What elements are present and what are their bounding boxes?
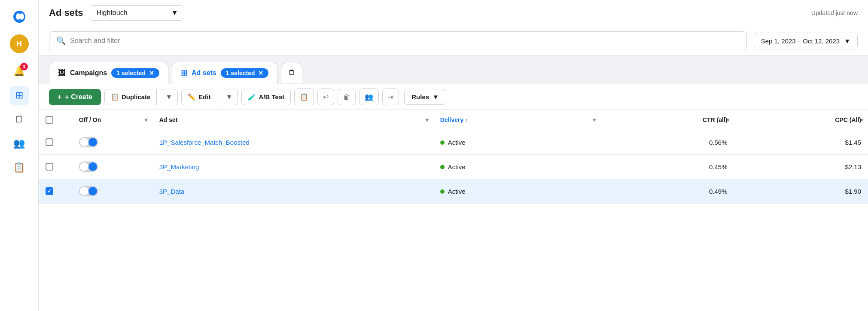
row-checkbox[interactable] [46,163,53,171]
delivery-cell: Active [433,130,600,155]
account-name: Hightouch [96,9,127,17]
delivery-status: Active [448,163,466,171]
rules-button[interactable]: Rules ▼ [404,89,446,105]
delivery-col-label: Delivery ↑ [440,116,468,123]
active-dot [440,189,445,194]
delivery-status: Active [448,188,466,195]
select-all-checkbox[interactable] [46,116,53,124]
notification-badge: 3 [20,63,28,70]
ab-test-label: A/B Test [259,93,284,101]
th-checkbox [39,110,72,130]
edit-button[interactable]: ✏️ Edit [181,89,217,105]
create-button[interactable]: + + Create [49,89,101,105]
docs-icon: 🗒 [15,114,24,125]
cpc-cell: $1.90 [734,179,868,204]
avatar[interactable]: H [10,34,29,53]
active-dot [440,140,445,145]
search-icon: 🔍 [56,36,66,46]
cpc-col-label: CPC (All) [835,116,861,123]
clipboard-icon: 📋 [300,93,308,101]
chevron-down-icon: ▼ [844,37,850,45]
searchbar: 🔍 Sep 1, 2023 – Oct 12, 2023 ▼ [39,26,868,56]
account-selector[interactable]: Hightouch ▼ [90,5,184,21]
search-input[interactable] [70,37,740,45]
sidebar-icon-audience[interactable]: 👥 [10,134,29,153]
th-adset: Ad set ▼ [152,110,433,130]
rules-label: Rules [411,93,429,101]
ctr-filter-icon[interactable]: ▼ [725,117,731,123]
ab-test-icon: 🧪 [248,93,256,101]
tab-adsets[interactable]: ⊞ Ad sets 1 selected ✕ [172,62,278,84]
toggle-switch[interactable] [79,162,98,172]
page-title: Ad sets [49,7,83,18]
duplicate-chevron-button[interactable]: ▼ [160,89,178,105]
adset-name-link[interactable]: 1P_Salesforce_Match_Boosted [159,139,250,146]
audience-button[interactable]: 👥 [359,88,379,105]
table-row: 1P_Salesforce_Match_BoostedActive0.56%$1… [39,130,868,155]
cpc-cell: $2.13 [734,155,868,179]
sidebar-icon-reports[interactable]: 📋 [10,158,29,177]
toggle-wrap [79,137,146,147]
filter-tabs: 🖼 Campaigns 1 selected ✕ ⊞ Ad sets 1 sel… [39,56,868,84]
toggle-switch[interactable] [79,186,98,196]
cpc-filter-icon[interactable]: ▼ [859,117,865,123]
undo-button[interactable]: ↩ [317,88,334,105]
audience-icon: 👥 [13,138,25,149]
toggle-wrap [79,186,146,196]
date-range-text: Sep 1, 2023 – Oct 12, 2023 [761,37,840,45]
delivery-filter-icon[interactable]: ▼ [591,117,597,123]
row-checkbox[interactable] [46,138,53,146]
sidebar: H 🔔 3 ⊞ 🗒 👥 📋 [0,0,39,311]
active-dot [440,165,445,169]
campaigns-selected-badge[interactable]: 1 selected ✕ [111,68,159,78]
chevron-down-icon: ▼ [226,93,233,101]
adsets-table-wrap: Off / On ▼ Ad set ▼ Delivery ↑ ▼ CTR (al… [39,110,868,311]
campaigns-selected-count: 1 selected [116,70,146,76]
chevron-down-icon: ▼ [171,9,178,17]
toggle-switch[interactable] [79,137,98,147]
edit-icon: ✏️ [188,93,196,101]
adset-name-link[interactable]: 3P_Marketing [159,163,199,171]
th-ctr: CTR (all) ▼ [600,110,734,130]
duplicate-label: Duplicate [122,93,151,101]
main-content: Ad sets Hightouch ▼ Updated just now 🔍 S… [39,0,868,311]
adsets-deselect-button[interactable]: ✕ [258,70,263,76]
date-range-button[interactable]: Sep 1, 2023 – Oct 12, 2023 ▼ [754,33,858,49]
clipboard-button[interactable]: 📋 [294,88,314,105]
ab-test-button[interactable]: 🧪 A/B Test [241,89,291,105]
toggle-wrap [79,162,146,172]
ctr-cell: 0.49% [600,179,734,204]
tab-extra[interactable]: 🗒 [281,63,302,83]
grid-icon: ⊞ [15,90,23,101]
delivery-cell: Active [433,155,600,179]
edit-chevron-button[interactable]: ▼ [221,89,238,105]
duplicate-button[interactable]: 📋 Duplicate [104,89,157,105]
cpc-cell: $1.45 [734,130,868,155]
adsets-selected-badge[interactable]: 1 selected ✕ [221,68,269,78]
toggle-filter-icon[interactable]: ▼ [143,117,149,123]
ctr-col-label: CTR (all) [703,116,728,123]
adsets-selected-count: 1 selected [226,70,255,76]
share-icon: ⇥ [388,93,393,101]
delete-button[interactable]: 🗑 [338,89,356,105]
campaigns-deselect-button[interactable]: ✕ [149,70,154,76]
row-checkbox[interactable] [46,187,53,195]
undo-icon: ↩ [323,93,329,101]
adsets-table: Off / On ▼ Ad set ▼ Delivery ↑ ▼ CTR (al… [39,110,868,204]
toggle-col-label: Off / On [79,116,101,123]
delivery-cell: Active [433,179,600,204]
adset-filter-icon[interactable]: ▼ [424,117,430,123]
sidebar-icon-notifications[interactable]: 🔔 3 [10,62,29,81]
campaigns-tab-icon: 🖼 [58,69,66,78]
adset-name-link[interactable]: 3P_Data [159,188,184,195]
sidebar-icon-grid[interactable]: ⊞ [10,86,29,105]
search-wrap[interactable]: 🔍 [49,31,747,50]
tab-campaigns[interactable]: 🖼 Campaigns 1 selected ✕ [49,62,168,84]
th-cpc: CPC (All) ▼ [734,110,868,130]
reports-icon: 📋 [13,162,25,173]
sidebar-icon-docs[interactable]: 🗒 [10,110,29,129]
ctr-cell: 0.45% [600,155,734,179]
share-button[interactable]: ⇥ [382,88,399,105]
duplicate-icon: 📋 [111,93,119,101]
table-row: 3P_MarketingActive0.45%$2.13 [39,155,868,179]
